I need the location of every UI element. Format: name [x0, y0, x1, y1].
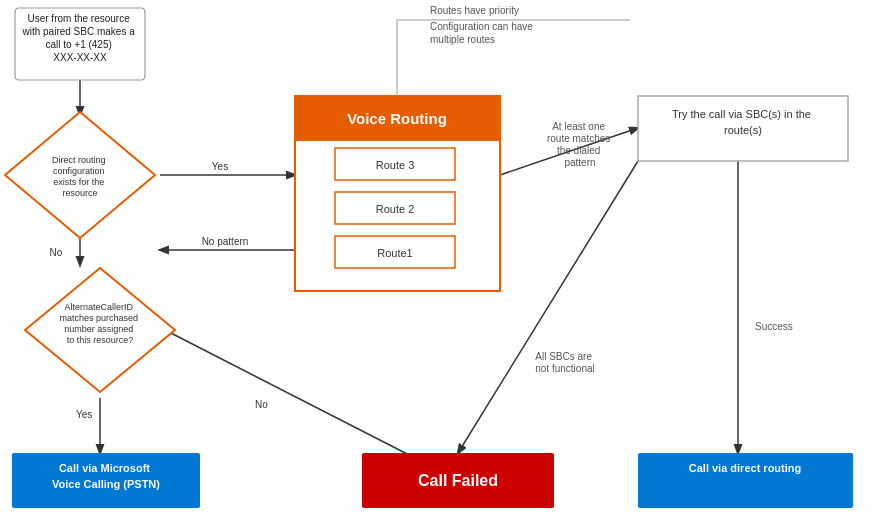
call-failed-label: Call Failed	[418, 472, 498, 489]
success-label: Success	[755, 321, 793, 332]
diamond2-label: AlternateCallerID matches purchased numb…	[59, 302, 140, 345]
config-multiple-label: Configuration can have	[430, 21, 533, 32]
config-multiple-label2: multiple routes	[430, 34, 495, 45]
no1-label: No	[50, 247, 63, 258]
routes-priority-label: Routes have priority	[430, 5, 519, 16]
route2-label: Route 2	[376, 203, 415, 215]
at-least-one-label: At least one route matches the dialed pa…	[547, 121, 613, 168]
route3-label: Route 3	[376, 159, 415, 171]
no2-label: No	[255, 399, 268, 410]
voice-routing-title: Voice Routing	[347, 110, 447, 127]
route1-label: Route1	[377, 247, 412, 259]
no-pattern-label: No pattern	[202, 236, 249, 247]
all-sbcs-label: All SBCs are not functional	[535, 351, 595, 374]
yes1-label: Yes	[212, 161, 228, 172]
call-via-direct-label: Call via direct routing	[689, 462, 801, 474]
yes2-label: Yes	[76, 409, 92, 420]
flowchart-diagram: User from the resource with paired SBC m…	[0, 0, 876, 516]
